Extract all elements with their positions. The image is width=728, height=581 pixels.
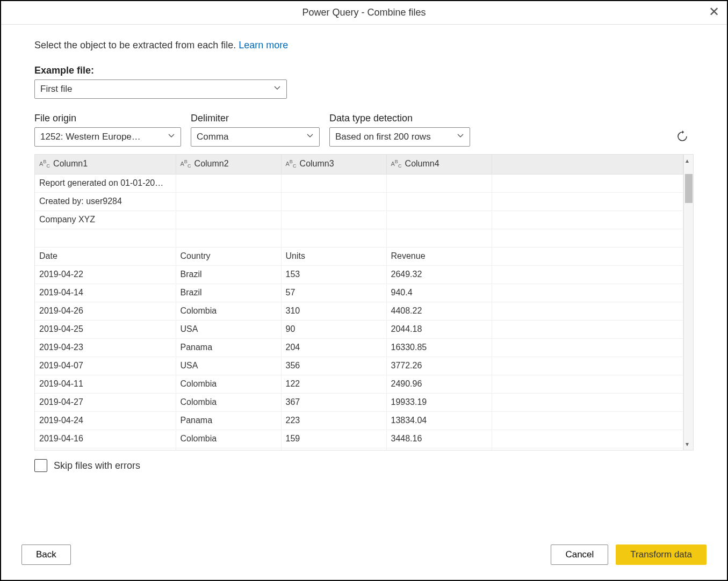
col-header[interactable]: ABCColumn3 xyxy=(281,155,386,174)
cell: Brazil xyxy=(176,284,281,302)
cell: 2019-04-11 xyxy=(35,375,176,393)
cell: Panama xyxy=(176,411,281,430)
text-type-icon: ABC xyxy=(286,161,297,167)
preview-table: ABCColumn1 ABCColumn2 ABCColumn3 ABCColu… xyxy=(35,155,683,450)
transform-data-button[interactable]: Transform data xyxy=(616,544,707,565)
table-row[interactable]: 2019-04-24Panama22313834.04 xyxy=(35,411,683,430)
cell: USA xyxy=(176,320,281,338)
chevron-down-icon xyxy=(168,132,175,142)
cell: 90 xyxy=(281,320,386,338)
learn-more-link[interactable]: Learn more xyxy=(239,40,288,50)
cell: 2019-04-26 xyxy=(35,302,176,320)
col-header[interactable]: ABCColumn2 xyxy=(176,155,281,174)
example-file-dropdown[interactable]: First file xyxy=(34,79,287,99)
delimiter-dropdown[interactable]: Comma xyxy=(191,127,320,147)
table-row[interactable] xyxy=(35,229,683,247)
table-row[interactable]: Created by: user9284 xyxy=(35,192,683,210)
dialog-title: Power Query - Combine files xyxy=(302,7,426,18)
cell: 57 xyxy=(281,284,386,302)
cell: 4408.22 xyxy=(386,302,492,320)
cell xyxy=(281,229,386,247)
cell: 2019-04-07 xyxy=(35,357,176,375)
col-header[interactable]: ABCColumn4 xyxy=(386,155,492,174)
table-header-row: ABCColumn1 ABCColumn2 ABCColumn3 ABCColu… xyxy=(35,155,683,174)
table-row[interactable]: 2019-04-16Colombia1593448.16 xyxy=(35,430,683,448)
file-origin-value: 1252: Western Europe… xyxy=(40,132,141,142)
delimiter-label: Delimiter xyxy=(191,113,320,124)
skip-errors-checkbox[interactable] xyxy=(34,459,47,472)
cell: 2019-04-16 xyxy=(35,430,176,448)
cell: 223 xyxy=(281,411,386,430)
delimiter-value: Comma xyxy=(197,132,229,142)
table-row[interactable]: Company XYZ xyxy=(35,210,683,229)
file-origin-group: File origin 1252: Western Europe… xyxy=(34,113,181,147)
cell xyxy=(35,229,176,247)
cell xyxy=(281,192,386,210)
table-row[interactable]: 2019-04-23Panama20416330.85 xyxy=(35,338,683,357)
cell xyxy=(492,357,683,375)
scroll-down-icon[interactable]: ▾ xyxy=(686,440,689,448)
cell: Colombia xyxy=(176,393,281,411)
skip-errors-label: Skip files with errors xyxy=(54,460,140,471)
refresh-wrap xyxy=(675,129,694,147)
col-header[interactable]: ABCColumn1 xyxy=(35,155,176,174)
cell xyxy=(492,393,683,411)
cell: 2019-04-25 xyxy=(35,320,176,338)
cell: 2649.32 xyxy=(386,265,492,284)
table-row[interactable]: 2019-04-08Canada25814601.34 xyxy=(35,448,683,450)
cell xyxy=(492,430,683,448)
cell xyxy=(176,229,281,247)
table-row[interactable]: 2019-04-14Brazil57940.4 xyxy=(35,284,683,302)
data-type-detection-value: Based on first 200 rows xyxy=(335,132,431,142)
cell: Report generated on 01-01-20… xyxy=(35,174,176,192)
scroll-thumb[interactable] xyxy=(685,174,693,203)
cell: 367 xyxy=(281,393,386,411)
table-row[interactable]: DateCountryUnitsRevenue xyxy=(35,247,683,265)
text-type-icon: ABC xyxy=(39,161,50,167)
cell: Date xyxy=(35,247,176,265)
cancel-button[interactable]: Cancel xyxy=(551,544,608,565)
cell xyxy=(386,192,492,210)
text-type-icon: ABC xyxy=(181,161,191,167)
table-row[interactable]: 2019-04-11Colombia1222490.96 xyxy=(35,375,683,393)
table-row[interactable]: 2019-04-25USA902044.18 xyxy=(35,320,683,338)
chevron-down-icon xyxy=(457,132,464,142)
cell: 153 xyxy=(281,265,386,284)
table-row[interactable]: 2019-04-27Colombia36719933.19 xyxy=(35,393,683,411)
cell xyxy=(492,284,683,302)
cell xyxy=(492,229,683,247)
cell: 3772.26 xyxy=(386,357,492,375)
cell: 159 xyxy=(281,430,386,448)
cell xyxy=(176,174,281,192)
options-row: File origin 1252: Western Europe… Delimi… xyxy=(34,113,694,147)
cell: 2490.96 xyxy=(386,375,492,393)
col-label: Column2 xyxy=(194,159,229,168)
cell: 2019-04-23 xyxy=(35,338,176,357)
file-origin-dropdown[interactable]: 1252: Western Europe… xyxy=(34,127,181,147)
table-row[interactable]: Report generated on 01-01-20… xyxy=(35,174,683,192)
cell: Colombia xyxy=(176,375,281,393)
chevron-down-icon xyxy=(306,132,314,142)
cell: USA xyxy=(176,357,281,375)
cell: 2019-04-22 xyxy=(35,265,176,284)
table-row[interactable]: 2019-04-07USA3563772.26 xyxy=(35,357,683,375)
cell xyxy=(281,210,386,229)
close-icon[interactable]: ✕ xyxy=(709,5,719,18)
scroll-up-icon[interactable]: ▴ xyxy=(686,157,689,164)
scrollbar[interactable]: ▴ ▾ xyxy=(683,155,693,450)
table-row[interactable]: 2019-04-22Brazil1532649.32 xyxy=(35,265,683,284)
col-label: Column1 xyxy=(53,159,88,168)
cell xyxy=(176,210,281,229)
cell xyxy=(492,247,683,265)
intro-label: Select the object to be extracted from e… xyxy=(34,40,239,50)
file-origin-label: File origin xyxy=(34,113,181,124)
refresh-icon[interactable] xyxy=(675,129,689,143)
cell: Created by: user9284 xyxy=(35,192,176,210)
skip-errors-row: Skip files with errors xyxy=(34,459,694,472)
cell: Colombia xyxy=(176,302,281,320)
data-type-detection-dropdown[interactable]: Based on first 200 rows xyxy=(329,127,470,147)
col-label: Column3 xyxy=(300,159,334,168)
cell xyxy=(492,174,683,192)
table-row[interactable]: 2019-04-26Colombia3104408.22 xyxy=(35,302,683,320)
back-button[interactable]: Back xyxy=(21,544,71,565)
